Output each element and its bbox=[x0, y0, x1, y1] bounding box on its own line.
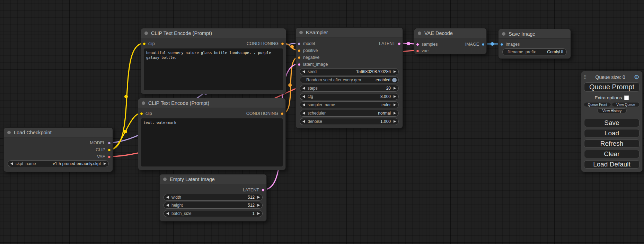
input-port-latent-image[interactable] bbox=[298, 63, 301, 66]
node-title-bar[interactable]: KSampler bbox=[296, 28, 403, 37]
load-default-button[interactable]: Load Default bbox=[584, 160, 639, 169]
sampler-name-widget[interactable]: sampler_name euler bbox=[300, 101, 399, 108]
output-port-vae[interactable] bbox=[108, 155, 111, 159]
input-port-clip[interactable] bbox=[143, 42, 146, 45]
steps-widget[interactable]: steps 20 bbox=[300, 85, 399, 92]
queue-front-button[interactable]: Queue Front bbox=[584, 102, 611, 107]
seed-widget[interactable]: seed 156680208700286 bbox=[300, 68, 399, 75]
collapse-dot-icon[interactable] bbox=[163, 178, 167, 181]
increment-arrow-icon[interactable] bbox=[394, 120, 396, 123]
ckpt-name-widget[interactable]: ckpt_name v1-5-pruned-emaonly.ckpt bbox=[8, 160, 109, 167]
node-title-bar[interactable]: Save Image bbox=[499, 29, 571, 39]
decrement-arrow-icon[interactable] bbox=[166, 212, 169, 215]
collapse-dot-icon[interactable] bbox=[144, 31, 148, 35]
input-port-positive[interactable] bbox=[298, 49, 301, 52]
extra-options-checkbox[interactable] bbox=[624, 96, 629, 100]
increment-arrow-icon[interactable] bbox=[394, 103, 396, 106]
node-title-bar[interactable]: Empty Latent Image bbox=[160, 174, 266, 184]
link-midpoint-dot[interactable] bbox=[407, 42, 410, 45]
increment-arrow-icon[interactable] bbox=[257, 212, 260, 215]
input-slot-model: model bbox=[298, 41, 315, 46]
gear-icon[interactable]: ⚙ bbox=[634, 74, 639, 80]
decrement-arrow-icon[interactable] bbox=[166, 204, 169, 207]
output-port-latent[interactable] bbox=[262, 189, 265, 192]
output-port-conditioning[interactable] bbox=[281, 42, 284, 45]
increment-arrow-icon[interactable] bbox=[394, 112, 396, 115]
output-port-latent[interactable] bbox=[398, 42, 401, 45]
slot-label: LATENT bbox=[379, 41, 395, 46]
negative-prompt-textarea[interactable]: text, watermark bbox=[141, 118, 283, 166]
node-clip-text-encode-negative[interactable]: CLIP Text Encode (Prompt) clip CONDITION… bbox=[138, 98, 286, 170]
link-midpoint-dot[interactable] bbox=[290, 45, 294, 48]
node-title-bar[interactable]: VAE Decode bbox=[414, 28, 486, 38]
scheduler-widget[interactable]: scheduler normal bbox=[300, 110, 399, 117]
increment-arrow-icon[interactable] bbox=[104, 162, 106, 165]
drag-handle-icon[interactable]: ⠿ bbox=[583, 75, 587, 80]
height-widget[interactable]: height 512 bbox=[164, 202, 263, 209]
view-queue-button[interactable]: View Queue bbox=[612, 102, 640, 107]
save-button[interactable]: Save bbox=[584, 119, 639, 127]
node-load-checkpoint[interactable]: Load Checkpoint MODEL CLIP VAE ckpt_name… bbox=[3, 127, 113, 172]
decrement-arrow-icon[interactable] bbox=[302, 95, 305, 98]
decrement-arrow-icon[interactable] bbox=[10, 162, 13, 165]
link-midpoint-dot[interactable] bbox=[124, 95, 128, 98]
clear-button[interactable]: Clear bbox=[584, 150, 639, 158]
decrement-arrow-icon[interactable] bbox=[302, 103, 305, 106]
input-port-vae[interactable] bbox=[416, 49, 419, 53]
cfg-widget[interactable]: cfg 8.000 bbox=[300, 93, 399, 100]
random-seed-toggle-widget[interactable]: Random seed after every gen enabled bbox=[300, 76, 399, 83]
increment-arrow-icon[interactable] bbox=[394, 87, 396, 90]
node-title: CLIP Text Encode (Prompt) bbox=[148, 100, 209, 106]
denoise-widget[interactable]: denoise 1.000 bbox=[300, 118, 399, 125]
node-title-bar[interactable]: CLIP Text Encode (Prompt) bbox=[141, 28, 286, 38]
collapse-dot-icon[interactable] bbox=[7, 131, 11, 134]
increment-arrow-icon[interactable] bbox=[394, 70, 396, 73]
node-clip-text-encode-positive[interactable]: CLIP Text Encode (Prompt) clip CONDITION… bbox=[141, 28, 286, 94]
node-save-image[interactable]: Save Image images filename_prefix ComfyU… bbox=[498, 29, 571, 59]
input-port-model[interactable] bbox=[298, 42, 301, 45]
view-history-button[interactable]: View History bbox=[597, 108, 627, 113]
queue-prompt-button[interactable]: Queue Prompt bbox=[584, 82, 639, 92]
comfyui-graph-canvas[interactable]: Load Checkpoint MODEL CLIP VAE ckpt_name… bbox=[0, 0, 644, 244]
increment-arrow-icon[interactable] bbox=[257, 196, 260, 199]
slot-label: vae bbox=[422, 48, 429, 53]
output-port-model[interactable] bbox=[108, 142, 111, 145]
input-port-clip[interactable] bbox=[140, 112, 143, 115]
link-midpoint-dot[interactable] bbox=[491, 42, 494, 46]
increment-arrow-icon[interactable] bbox=[394, 95, 396, 98]
output-slot-model: MODEL bbox=[90, 140, 111, 146]
input-slot-clip: clip bbox=[140, 111, 152, 116]
output-port-image[interactable] bbox=[482, 43, 485, 46]
width-widget[interactable]: width 512 bbox=[164, 194, 263, 201]
output-slot-conditioning: CONDITIONING bbox=[247, 41, 284, 46]
increment-arrow-icon[interactable] bbox=[257, 204, 260, 207]
collapse-dot-icon[interactable] bbox=[299, 31, 303, 34]
decrement-arrow-icon[interactable] bbox=[302, 112, 305, 115]
refresh-button[interactable]: Refresh bbox=[584, 139, 639, 148]
toggle-knob[interactable] bbox=[392, 78, 397, 82]
decrement-arrow-icon[interactable] bbox=[166, 196, 169, 199]
input-port-samples[interactable] bbox=[416, 43, 419, 46]
node-ksampler[interactable]: KSampler model positive negative latent_… bbox=[295, 27, 403, 128]
collapse-dot-icon[interactable] bbox=[142, 101, 145, 105]
node-title-bar[interactable]: CLIP Text Encode (Prompt) bbox=[138, 98, 285, 108]
input-port-negative[interactable] bbox=[298, 56, 301, 59]
collapse-dot-icon[interactable] bbox=[502, 32, 505, 36]
load-button[interactable]: Load bbox=[584, 129, 639, 137]
collapse-dot-icon[interactable] bbox=[418, 31, 421, 35]
input-port-images[interactable] bbox=[500, 43, 503, 46]
output-port-clip[interactable] bbox=[108, 148, 111, 152]
node-empty-latent-image[interactable]: Empty Latent Image LATENT width 512 heig… bbox=[159, 174, 267, 222]
link-midpoint-dot[interactable] bbox=[288, 83, 292, 87]
node-title-bar[interactable]: Load Checkpoint bbox=[4, 128, 113, 137]
link-midpoint-dot[interactable] bbox=[124, 130, 127, 133]
batch-size-widget[interactable]: batch_size 1 bbox=[164, 210, 263, 217]
decrement-arrow-icon[interactable] bbox=[302, 120, 305, 123]
output-port-conditioning[interactable] bbox=[281, 112, 284, 115]
decrement-arrow-icon[interactable] bbox=[302, 87, 305, 90]
decrement-arrow-icon[interactable] bbox=[302, 70, 305, 73]
filename-prefix-widget[interactable]: filename_prefix ComfyUI bbox=[502, 48, 567, 55]
node-vae-decode[interactable]: VAE Decode samples vae IMAGE bbox=[414, 28, 487, 54]
positive-prompt-textarea[interactable]: beautiful scenery nature glass bottle la… bbox=[144, 48, 283, 90]
node-title: Empty Latent Image bbox=[170, 177, 215, 182]
